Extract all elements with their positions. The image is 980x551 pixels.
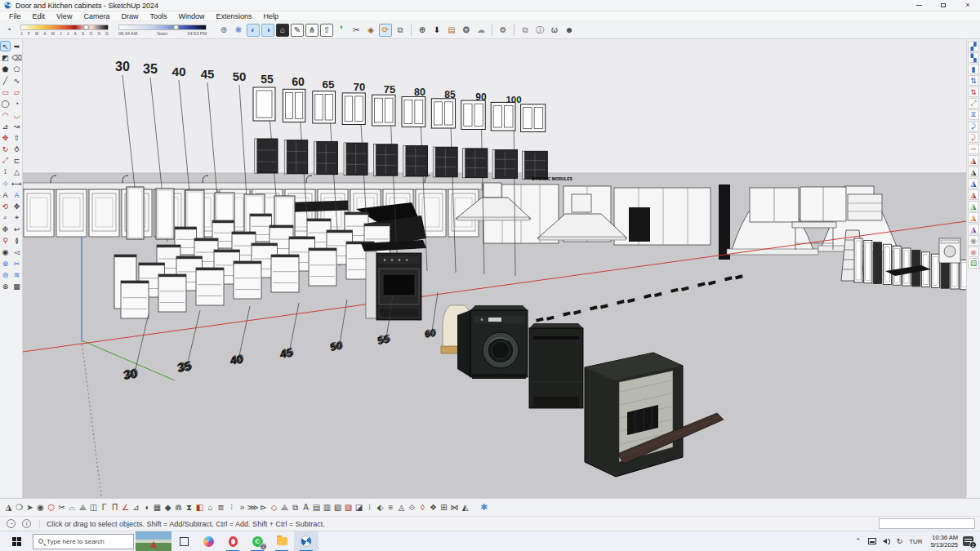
shield-icon[interactable]: ◉ xyxy=(968,235,979,246)
plugin-icon-43[interactable]: ⋈ xyxy=(449,501,460,513)
menu-file[interactable]: File xyxy=(3,12,27,20)
plugin-icon-1[interactable]: ◮ xyxy=(3,501,14,513)
pyramid-orange-icon[interactable]: ◮ xyxy=(968,212,979,223)
start-button[interactable] xyxy=(0,531,33,551)
hierarchy-icon[interactable]: ⋔ xyxy=(305,24,318,37)
pan-tool-icon[interactable]: ✥ xyxy=(11,201,22,211)
plugin-icon-25[interactable]: ⊳ xyxy=(258,501,269,513)
lasso-tool-icon[interactable]: ➥ xyxy=(11,41,22,51)
measurements-input[interactable] xyxy=(879,518,975,529)
section-plane-tool-icon[interactable]: ⊛ xyxy=(0,258,11,269)
close-button[interactable]: × xyxy=(956,0,980,11)
model-view[interactable]: 30354045505560657075808590100DYNAMIC MOD… xyxy=(23,39,966,498)
whatsapp-button[interactable]: ✆ 2 xyxy=(245,531,270,551)
polygon-tool-icon[interactable]: ⊿ xyxy=(0,121,11,131)
plugin-icon-33[interactable]: ▨ xyxy=(343,501,354,513)
select-tool-icon[interactable]: ↖ xyxy=(0,41,11,51)
shadow-time-slider[interactable]: 06:34 AM Noon 04:53 PM xyxy=(118,24,207,36)
help-info-icon[interactable]: i xyxy=(22,519,31,528)
arc-tool-icon[interactable]: ◠ xyxy=(0,109,11,120)
plugin-icon-23[interactable]: » xyxy=(237,501,247,513)
offset-tool-icon[interactable]: ⊏ xyxy=(11,155,22,166)
plugin-icon-8[interactable]: ⟁ xyxy=(78,501,88,513)
cloud-icon[interactable]: ☁ xyxy=(474,24,488,37)
shadow-toggle-icon[interactable]: ◔ xyxy=(3,24,14,35)
erase-soft-tool-icon[interactable]: ⌫ xyxy=(11,52,22,63)
plugin-icon-37[interactable]: ≡ xyxy=(385,501,396,513)
terrain-icon-1[interactable]: ▞ xyxy=(968,41,979,51)
shape-tool-icon[interactable]: ⬠ xyxy=(11,64,22,74)
rectangle-tool-icon[interactable]: ▭ xyxy=(0,87,11,97)
plugin-icon-13[interactable]: ⊿ xyxy=(131,501,141,513)
warehouse-icon[interactable]: ◈ xyxy=(364,24,377,37)
axes-tool-icon[interactable]: ⊹ xyxy=(0,178,11,189)
freehand-tool-icon[interactable]: ∿ xyxy=(11,75,22,86)
menu-view[interactable]: View xyxy=(51,12,78,20)
walk-tool-icon[interactable]: ≬ xyxy=(11,235,22,246)
plugin-icon-36[interactable]: ⬖ xyxy=(375,501,385,513)
menu-tools[interactable]: Tools xyxy=(144,12,172,20)
plugin-icon-7[interactable]: ⌓ xyxy=(67,501,78,513)
opera-button[interactable] xyxy=(220,531,245,551)
plugin-icon-5[interactable]: ⬡ xyxy=(46,501,56,513)
pen-icon[interactable]: ❜ xyxy=(335,24,348,37)
plugin-icon-6[interactable]: ✂ xyxy=(56,501,67,513)
paint-tool-icon[interactable]: ⬟ xyxy=(0,64,11,74)
dimension-tool-icon[interactable]: ⟷ xyxy=(11,178,22,189)
pyramid-dark-icon[interactable]: ◮ xyxy=(968,167,979,177)
plugin-icon-26[interactable]: ◇ xyxy=(269,501,279,513)
xray-tool-icon[interactable]: ⊗ xyxy=(0,281,11,291)
terrain-icon-2[interactable]: ▚ xyxy=(968,52,979,63)
follow-me-tool-icon[interactable]: ⥀ xyxy=(11,144,22,154)
section-display-tool-icon[interactable]: ≋ xyxy=(11,269,22,280)
copy-window-icon[interactable]: ⧉ xyxy=(519,24,532,37)
plugin-icon-44[interactable]: ◭ xyxy=(460,501,470,513)
month-slider-knob[interactable] xyxy=(83,24,89,30)
time-slider-knob[interactable] xyxy=(173,24,179,30)
pyramid-crimson-icon[interactable]: ◮ xyxy=(968,189,979,200)
plugin-icon-40[interactable]: ◊ xyxy=(417,501,428,513)
menu-edit[interactable]: Edit xyxy=(27,12,51,20)
plugin-icon-32[interactable]: ▧ xyxy=(332,501,343,513)
arrows-updown-red-icon[interactable]: ⇅ xyxy=(968,87,979,97)
plugin-icon-35[interactable]: ⦚ xyxy=(364,501,375,513)
plugin-icon-19[interactable]: ◧ xyxy=(194,501,205,513)
protractor-tool-icon[interactable]: △ xyxy=(11,167,22,177)
file-explorer-button[interactable] xyxy=(270,531,294,551)
text-tool-icon[interactable]: A xyxy=(0,189,11,200)
plugin-icon-14[interactable]: ◖ xyxy=(141,501,152,513)
curve-red-icon[interactable]: ⤸ xyxy=(968,132,979,143)
home-icon[interactable]: ⌂ xyxy=(276,24,289,37)
section-cut-tool-icon[interactable]: ✂ xyxy=(11,258,22,269)
plugin-icon-21[interactable]: ≣ xyxy=(216,501,226,513)
plugin-icon-15[interactable]: ▦ xyxy=(152,501,163,513)
push-pull-tool-icon[interactable]: ⇧ xyxy=(11,132,22,143)
toggle-views-icon[interactable]: ◐ xyxy=(247,24,260,37)
pie-tool-icon[interactable]: ◔ xyxy=(11,98,22,109)
pyramid-blue-icon[interactable]: ◮ xyxy=(968,178,979,189)
reload-icon[interactable]: ⟳ xyxy=(379,24,392,37)
zoom-extents-tool-icon[interactable]: ❉ xyxy=(0,224,11,234)
menu-window[interactable]: Window xyxy=(172,12,210,20)
exchange-blue-icon[interactable]: ⧖ xyxy=(968,109,979,120)
restore-button[interactable] xyxy=(931,0,956,11)
section-fill-tool-icon[interactable]: ⊜ xyxy=(0,269,11,280)
news-widget-thumbnail[interactable] xyxy=(136,531,172,551)
plugin-icon-10[interactable]: Γ xyxy=(99,501,109,513)
taskbar-search[interactable]: Type here to search xyxy=(33,534,134,549)
plugin-icon-22[interactable]: ⫶ xyxy=(226,501,237,513)
share-icon[interactable]: ✎ xyxy=(291,24,304,37)
tape-measure-tool-icon[interactable]: ⟟ xyxy=(0,167,11,177)
plugin-icon-17[interactable]: ⋒ xyxy=(173,501,184,513)
bezier-tool-icon[interactable]: ↝ xyxy=(11,121,22,131)
plugin-icon-42[interactable]: ⊞ xyxy=(439,501,449,513)
menu-help[interactable]: Help xyxy=(257,12,284,20)
3d-text-tool-icon[interactable]: A xyxy=(11,189,22,200)
export-icon[interactable]: ⇧ xyxy=(320,24,333,37)
plugin-icon-12[interactable]: ∠ xyxy=(120,501,131,513)
extension-flower-icon[interactable]: ❂ xyxy=(460,24,473,37)
task-view-button[interactable] xyxy=(172,531,196,551)
add-circle-icon[interactable]: ⊕ xyxy=(416,24,429,37)
move-tool-icon[interactable]: ✥ xyxy=(0,132,11,143)
plugin-icon-38[interactable]: ◬ xyxy=(396,501,407,513)
